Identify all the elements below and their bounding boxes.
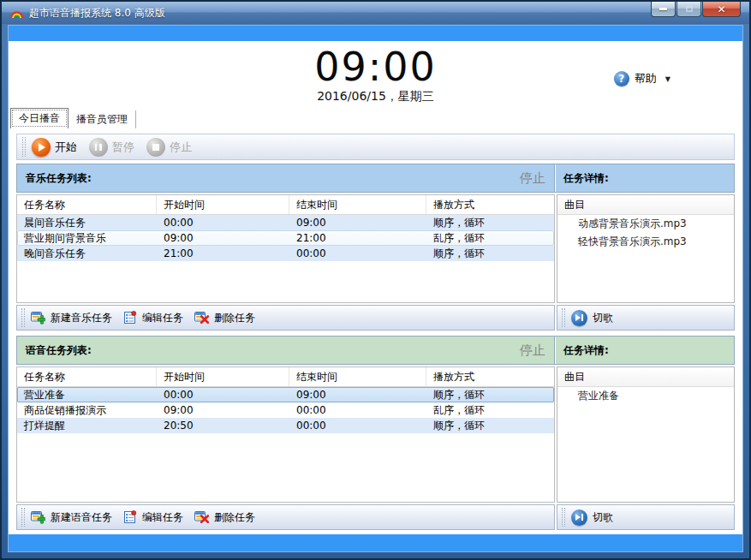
playlist-item[interactable]: 轻快背景音乐演示.mp3: [557, 233, 734, 251]
buttonbar-grip-handle[interactable]: [21, 508, 25, 527]
music-table-row-selected[interactable]: 营业期间背景音乐 09:00 21:00 乱序，循环: [17, 230, 554, 246]
tab-page-today: 开始 暂停 停止 音乐任务列表: 停止: [9, 128, 742, 534]
new-table-icon: [31, 510, 45, 524]
cell-start: 00:00: [157, 217, 289, 229]
music-section-header: 音乐任务列表: 停止 任务详情:: [16, 164, 735, 193]
column-header-mode[interactable]: 播放方式: [426, 195, 554, 214]
cell-start: 09:00: [157, 404, 289, 416]
playlist-column-header[interactable]: 曲目: [557, 367, 734, 387]
help-button[interactable]: ? 帮助 ▼: [609, 69, 676, 89]
cell-start: 20:50: [157, 420, 289, 432]
voice-task-buttons: 新建语音任务 编辑任务: [16, 504, 555, 530]
date-display: 2016/06/15，星期三: [9, 89, 742, 104]
delete-table-icon: [194, 311, 209, 325]
edit-music-task-button[interactable]: 编辑任务: [120, 309, 189, 327]
cell-end: 00:00: [289, 404, 426, 416]
voice-section-header: 语音任务列表: 停止 任务详情:: [16, 336, 735, 365]
skip-next-icon: [571, 509, 587, 526]
column-header-end[interactable]: 结束时间: [289, 195, 426, 214]
tab-today-broadcast[interactable]: 今日播音: [10, 108, 69, 128]
stop-icon: [146, 138, 165, 157]
cell-mode: 乱序，循环: [426, 231, 554, 246]
voice-task-table: 任务名称 开始时间 结束时间 播放方式 营业准备 00:00 09:00 顺序，…: [16, 366, 555, 503]
voice-section-title: 语音任务列表:: [26, 343, 92, 358]
toolbar-grip-handle[interactable]: [22, 137, 26, 157]
column-header-start[interactable]: 开始时间: [157, 367, 289, 386]
client-area: 09:00 2016/06/15，星期三 ? 帮助 ▼ 今日播音 播音员管理: [8, 25, 743, 552]
cell-end: 09:00: [289, 389, 426, 401]
window-controls: ✕: [651, 2, 741, 17]
tab-announcer-management[interactable]: 播音员管理: [69, 110, 136, 128]
skip-voice-button[interactable]: 切歌: [568, 508, 619, 527]
button-label: 编辑任务: [142, 510, 183, 525]
pause-icon: [89, 138, 108, 157]
delete-table-icon: [194, 510, 209, 524]
cell-end: 21:00: [289, 232, 426, 244]
maximize-icon: [686, 6, 693, 12]
music-table-row[interactable]: 晚间音乐任务 21:00 00:00 顺序，循环: [17, 246, 554, 261]
voice-table-row[interactable]: 商品促销播报演示 09:00 00:00 乱序，循环: [17, 402, 554, 418]
voice-task-section: 语音任务列表: 停止 任务详情: 任务名称 开始时间 结束时间 播放方式: [16, 336, 735, 530]
rainbow-app-icon: [9, 6, 24, 20]
title-bar[interactable]: 超市语音播报系统 8.0 高级版: [2, 2, 749, 24]
buttonbar-grip-handle[interactable]: [562, 308, 565, 327]
button-label: 删除任务: [214, 311, 255, 325]
window-title: 超市语音播报系统 8.0 高级版: [29, 6, 165, 21]
column-header-end[interactable]: 结束时间: [289, 367, 426, 386]
cell-mode: 顺序，循环: [426, 388, 554, 402]
music-skip-buttons: 切歌: [557, 305, 735, 331]
voice-section-body: 任务名称 开始时间 结束时间 播放方式 营业准备 00:00 09:00 顺序，…: [16, 366, 735, 503]
music-playlist-panel: 曲目 动感背景音乐演示.mp3 轻快背景音乐演示.mp3: [557, 194, 735, 303]
music-task-buttons: 新建音乐任务 编辑任务: [16, 305, 555, 331]
button-label: 删除任务: [214, 510, 255, 525]
voice-table-row-selected[interactable]: 营业准备 00:00 09:00 顺序，循环: [17, 387, 554, 402]
transport-toolbar: 开始 暂停 停止: [16, 134, 735, 160]
stop-button: 停止: [143, 136, 199, 158]
delete-music-task-button[interactable]: 删除任务: [191, 309, 261, 327]
voice-button-row: 新建语音任务 编辑任务: [16, 504, 735, 530]
music-details-title: 任务详情:: [563, 171, 609, 186]
playlist-item[interactable]: 营业准备: [557, 387, 734, 405]
cell-start: 09:00: [157, 232, 289, 244]
playlist-column-header[interactable]: 曲目: [557, 195, 734, 215]
column-header-start[interactable]: 开始时间: [157, 195, 289, 214]
music-table-row[interactable]: 晨间音乐任务 00:00 09:00 顺序，循环: [17, 215, 554, 230]
buttonbar-grip-handle[interactable]: [21, 308, 25, 327]
music-task-table: 任务名称 开始时间 结束时间 播放方式 晨间音乐任务 00:00 09:00 顺…: [16, 194, 555, 303]
column-header-name[interactable]: 任务名称: [17, 367, 157, 386]
music-status-badge: 停止: [520, 170, 545, 187]
start-button[interactable]: 开始: [28, 136, 84, 158]
column-header-name[interactable]: 任务名称: [17, 195, 157, 214]
delete-voice-task-button[interactable]: 删除任务: [191, 509, 261, 527]
close-button[interactable]: ✕: [702, 2, 741, 17]
button-label: 切歌: [593, 510, 613, 525]
cell-end: 09:00: [289, 217, 426, 229]
stop-label: 停止: [170, 140, 192, 155]
maximize-button: [676, 2, 701, 17]
music-button-row: 新建音乐任务 编辑任务: [16, 305, 735, 331]
skip-song-button[interactable]: 切歌: [568, 308, 619, 328]
voice-table-row[interactable]: 打烊提醒 20:50 00:00 顺序，循环: [17, 418, 554, 433]
pause-button: 暂停: [86, 136, 141, 158]
start-label: 开始: [55, 140, 77, 155]
cell-end: 00:00: [289, 420, 426, 432]
edit-voice-task-button[interactable]: 编辑任务: [120, 509, 189, 527]
button-label: 新建语音任务: [51, 510, 112, 525]
cell-mode: 顺序，循环: [426, 216, 554, 230]
cell-end: 00:00: [289, 247, 426, 259]
buttonbar-grip-handle[interactable]: [562, 508, 565, 527]
cell-task-name: 打烊提醒: [17, 419, 157, 433]
chevron-down-icon: ▼: [665, 75, 671, 83]
new-voice-task-button[interactable]: 新建语音任务: [27, 509, 118, 527]
cell-mode: 顺序，循环: [426, 419, 554, 433]
skip-next-icon: [571, 310, 587, 326]
cell-start: 21:00: [157, 247, 289, 259]
playlist-item[interactable]: 动感背景音乐演示.mp3: [557, 215, 734, 233]
cell-task-name: 营业期间背景音乐: [17, 231, 157, 246]
column-header-mode[interactable]: 播放方式: [426, 367, 554, 386]
top-accent-strip: [9, 26, 742, 41]
play-icon: [32, 138, 51, 157]
edit-list-icon: [123, 311, 137, 325]
minimize-button[interactable]: [651, 2, 676, 17]
new-music-task-button[interactable]: 新建音乐任务: [27, 309, 118, 327]
